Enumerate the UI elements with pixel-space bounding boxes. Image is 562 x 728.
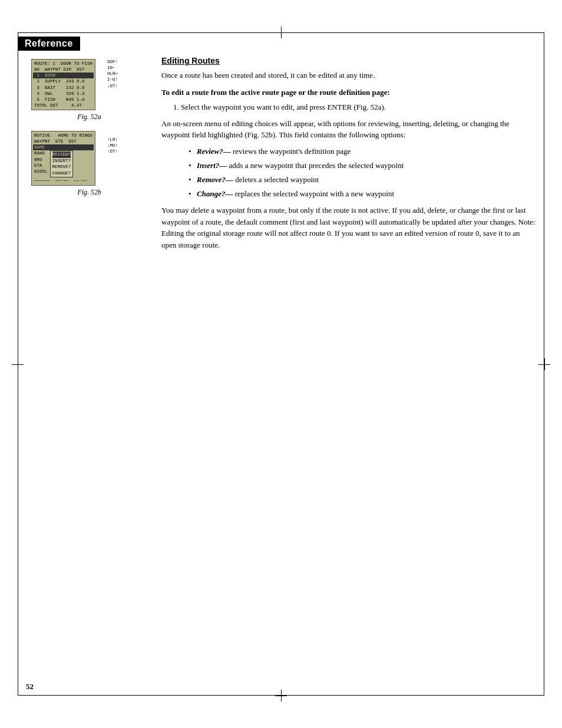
fig52b-nidol: NIDOL [33, 169, 49, 174]
bullet-review: Review?— reviews the waypoint's definiti… [197, 146, 536, 157]
menu-remove: REMOVE? [52, 164, 71, 170]
menu-change: CHANGE? [52, 170, 71, 177]
fig52b-container: ROTIVE HOME TO RINGS WAYPNT ETE DST NAME… [29, 131, 153, 186]
body-text-1: An on-screen menu of editing choices wil… [161, 118, 536, 141]
fig52b-left-lines: RANG BRG ETA NIDOL [33, 150, 49, 174]
fig52b-eta: ETA [33, 163, 49, 169]
left-column: ROUTE: 1 DOOR TO FISH NO WAYPNT DIR DST … [26, 56, 153, 206]
body-text-2: You may delete a waypoint from a route, … [161, 205, 536, 251]
bullet-review-desc: reviews the waypoint's definition page [233, 147, 351, 156]
bullet-insert-term: Insert?— [197, 161, 227, 170]
fig52a-label: Fig. 52a [26, 113, 153, 121]
section-title: Editing Routes [161, 56, 536, 65]
intro-text: Once a route has been created and stored… [161, 70, 536, 81]
fig52a-right-panel: OOF↑ 10← OLR↩ I→U↑ ↓OT↑ [107, 59, 118, 89]
fig52b-line1: ROTIVE HOME TO RINGS [33, 133, 94, 139]
fig52a-line7: 5 FISH N4S 1.d [33, 97, 94, 103]
bullet-change-term: Change?— [197, 189, 233, 198]
crosshair-top [275, 27, 287, 38]
menu-insert: INSERT? [52, 158, 71, 164]
bullet-change-desc: replaces the selected waypoint with a ne… [235, 189, 394, 198]
fig52a-line2: NO WAYPNT DIR DST [33, 67, 94, 73]
fig52b-screen-wrapper: ROTIVE HOME TO RINGS WAYPNT ETE DST NAME… [31, 131, 95, 186]
fig52b-menu: REVIEW?INSERT?REMOVE?CHANGE? [50, 150, 74, 177]
fig52b-line3: NAME [33, 144, 94, 150]
fig52a-line5: 3 BAIT 232 0.8 [33, 85, 94, 91]
fig52a-line8: TOTRL DST 4.47 [33, 103, 94, 108]
right-column: Editing Routes Once a route has been cre… [161, 56, 536, 254]
fig52a-line3: 1 DOOR [33, 73, 94, 78]
fig52a-line4: 2 SUPPLY 243 0.9 [33, 78, 94, 84]
crosshair-bottom [275, 690, 287, 701]
bullet-change: Change?— replaces the selected waypoint … [197, 188, 536, 200]
fig52b-right-panel: ↑LR↑ ↓MU↑ ↑OT↑ [107, 131, 118, 155]
fig52a-screen: ROUTE: 1 DOOR TO FISH NO WAYPNT DIR DST … [31, 59, 95, 110]
fig52b-brg: BRG [33, 157, 49, 163]
reference-header: Reference [18, 37, 80, 51]
bullet-review-term: Review?— [197, 147, 231, 156]
bold-instruction: To edit a route from the active route pa… [161, 87, 536, 98]
fig52a-line6: 4 OWL 328 1.3 [33, 91, 94, 97]
fig52a-screen-wrapper: ROUTE: 1 DOOR TO FISH NO WAYPNT DIR DST … [31, 59, 95, 110]
fig52b-screen: ROTIVE HOME TO RINGS WAYPNT ETE DST NAME… [31, 131, 95, 186]
step1-text: 1. Select the waypoint you want to edit,… [173, 102, 536, 113]
crosshair-left [12, 358, 24, 370]
fig52b-rang: RANG [33, 150, 49, 156]
fig52a-line1: ROUTE: 1 DOOR TO FISH [33, 61, 94, 67]
fig52b-bottom: —————— ——·—— ——·—— [33, 177, 94, 183]
bullet-insert-desc: adds a new waypoint that precedes the se… [229, 161, 404, 170]
menu-review: REVIEW? [52, 151, 71, 158]
fig52b-label: Fig. 52b [26, 188, 153, 197]
crosshair-right [538, 358, 550, 370]
bullet-remove-term: Remove?— [197, 175, 233, 184]
bullet-remove-desc: deletes a selected waypoint [235, 175, 319, 184]
fig52b-line2: WAYPNT ETE DST [33, 139, 94, 144]
bullet-list: Review?— reviews the waypoint's definiti… [197, 146, 536, 200]
fig52a-container: ROUTE: 1 DOOR TO FISH NO WAYPNT DIR DST … [29, 59, 153, 110]
bullet-insert: Insert?— adds a new waypoint that preced… [197, 160, 536, 172]
bullet-remove: Remove?— deletes a selected waypoint [197, 174, 536, 186]
content-area: ROUTE: 1 DOOR TO FISH NO WAYPNT DIR DST … [26, 56, 536, 687]
